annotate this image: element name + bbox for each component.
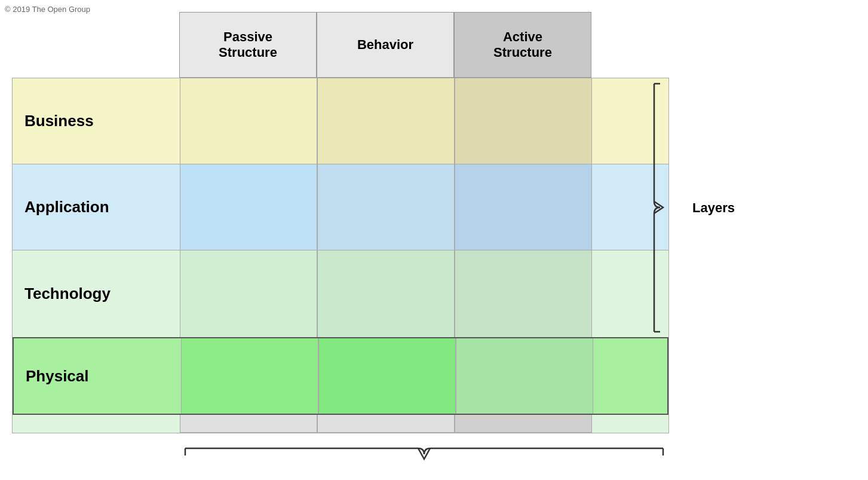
behavior-header-label: Behavior — [357, 37, 413, 53]
layers-brace-svg — [645, 78, 681, 338]
technology-passive-cell — [180, 250, 317, 337]
layers-label: Layers — [692, 200, 735, 216]
technology-cells — [180, 250, 670, 337]
layers-brace-container: Layers — [645, 78, 681, 338]
physical-passive-cell — [181, 338, 318, 414]
application-row: Application — [12, 164, 669, 250]
column-headers: Passive Structure Behavior Active Struct… — [179, 12, 669, 78]
physical-behavior-cell — [318, 338, 456, 414]
technology-behavior-cell — [317, 250, 455, 337]
physical-cells — [181, 338, 671, 414]
physical-active-cell — [456, 338, 593, 414]
archimate-diagram: Passive Structure Behavior Active Struct… — [12, 12, 729, 466]
active-header-label: Active Structure — [493, 29, 552, 60]
active-structure-header: Active Structure — [454, 12, 591, 78]
business-row: Business — [12, 78, 669, 164]
extra-bottom-strip — [13, 415, 668, 433]
aspects-brace-container: Aspects — [179, 442, 669, 480]
behavior-header: Behavior — [317, 12, 454, 78]
technology-row: Technology — [13, 250, 668, 337]
technology-label: Technology — [13, 250, 180, 337]
business-active-cell — [455, 78, 592, 164]
tech-physical-wrapper: Technology Physical — [12, 250, 669, 433]
passive-structure-header: Passive Structure — [179, 12, 317, 78]
business-behavior-cell — [317, 78, 455, 164]
application-passive-cell — [180, 164, 317, 250]
business-passive-cell — [180, 78, 317, 164]
application-active-cell — [455, 164, 592, 250]
grid-area: Business Application Te — [12, 78, 669, 433]
passive-header-label: Passive Structure — [219, 29, 277, 60]
aspects-brace-svg — [179, 442, 669, 480]
business-label: Business — [13, 78, 180, 164]
physical-row: Physical — [13, 337, 668, 415]
physical-label: Physical — [14, 338, 181, 414]
technology-active-cell — [455, 250, 592, 337]
application-cells — [180, 164, 670, 250]
application-label: Application — [13, 164, 180, 250]
business-cells — [180, 78, 670, 164]
application-behavior-cell — [317, 164, 455, 250]
